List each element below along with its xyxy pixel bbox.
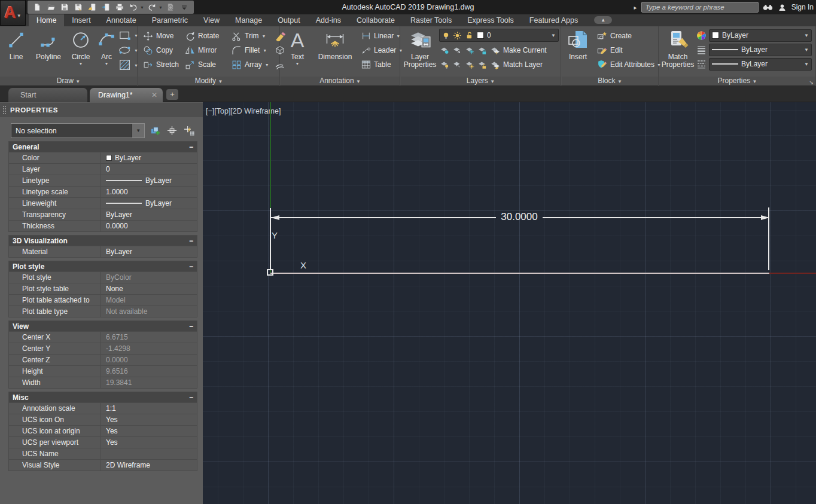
property-value[interactable]: Yes xyxy=(101,426,197,436)
ribbon-tab-add-ins[interactable]: Add-ins xyxy=(308,14,349,26)
qat-new-file-button[interactable] xyxy=(31,2,43,13)
select-objects-button[interactable] xyxy=(165,124,179,138)
help-search-input[interactable] xyxy=(641,2,759,13)
property-value[interactable]: ByLayer xyxy=(101,175,197,186)
line-button[interactable]: Line xyxy=(2,28,30,61)
property-value[interactable]: ByLayer xyxy=(101,198,197,209)
fillet-button[interactable]: Fillet▼ xyxy=(232,45,275,56)
stretch-button[interactable]: Stretch xyxy=(143,60,185,70)
application-menu-button[interactable]: A▼ xyxy=(0,0,26,26)
ribbon-tab-home[interactable]: Home xyxy=(29,14,64,26)
ribbon-tab-raster-tools[interactable]: Raster Tools xyxy=(403,14,459,26)
chevron-down-icon[interactable]: ▼ xyxy=(95,62,118,66)
panel-label-block[interactable]: Block ▼ xyxy=(562,77,658,86)
match-layer-button[interactable]: Match Layer xyxy=(503,60,543,69)
collapse-icon[interactable]: − xyxy=(189,262,193,271)
panel-label-properties[interactable]: Properties ▼ xyxy=(659,77,815,86)
qat-customize-button[interactable] xyxy=(178,2,190,13)
chevron-down-icon[interactable]: ▼ xyxy=(265,63,269,67)
property-value[interactable]: -1.4298 xyxy=(101,343,197,354)
panel-label-modify[interactable]: Modify ▼ xyxy=(138,77,279,86)
property-value[interactable]: Not available xyxy=(101,306,197,317)
chevron-down-icon[interactable]: ▼ xyxy=(262,34,266,38)
chevron-down-icon[interactable]: ▼ xyxy=(263,48,267,53)
property-value[interactable]: ByColor xyxy=(101,272,197,283)
chevron-down-icon[interactable]: ▼ xyxy=(132,124,144,138)
property-value[interactable]: ByLayer xyxy=(101,152,197,163)
drawn-line-object[interactable] xyxy=(270,273,769,274)
search-icon[interactable] xyxy=(763,4,773,11)
match-properties-button[interactable]: Match Properties xyxy=(660,28,695,69)
panel-label-draw[interactable]: Draw ▼ xyxy=(0,77,137,86)
layer-off-icon[interactable] xyxy=(440,60,449,69)
new-drawing-tab-button[interactable]: + xyxy=(166,89,178,100)
ribbon-tab-collaborate[interactable]: Collaborate xyxy=(349,14,403,26)
user-icon[interactable] xyxy=(777,4,787,11)
polyline-button[interactable]: Polyline xyxy=(31,28,66,61)
layer-on-icon[interactable] xyxy=(442,32,450,39)
chevron-down-icon[interactable]: ▼ xyxy=(159,5,163,10)
property-value[interactable]: ByLayer xyxy=(101,209,197,220)
layer-unisolate-icon[interactable] xyxy=(453,60,462,69)
create-button[interactable]: Create xyxy=(596,29,632,42)
selection-type-combo[interactable]: No selection ▼ xyxy=(11,123,145,138)
quick-select-button[interactable] xyxy=(182,124,196,138)
ribbon-tab-annotate[interactable]: Annotate xyxy=(99,14,144,26)
make-current-button[interactable]: Make Current xyxy=(503,46,547,54)
drawing-canvas[interactable]: [−][Top][2D Wireframe] 30.0000 Y X xyxy=(203,102,816,504)
property-value[interactable]: 9.6516 xyxy=(101,366,197,377)
chevron-down-icon[interactable]: ▼ xyxy=(804,33,809,38)
layer-freeze-icon[interactable] xyxy=(465,46,474,55)
property-value[interactable]: ByLayer xyxy=(101,246,197,257)
file-tab-start[interactable]: Start xyxy=(8,88,87,102)
copy-button[interactable]: Copy xyxy=(143,45,185,56)
layer-properties-button[interactable]: Layer Properties xyxy=(402,28,438,69)
dialog-launcher-icon[interactable]: ↘ xyxy=(809,80,814,85)
qat-redo-button[interactable] xyxy=(146,2,158,13)
property-value[interactable]: 1:1 xyxy=(101,403,197,414)
toggle-pickadd-button[interactable] xyxy=(148,124,162,138)
dimension-line-left[interactable] xyxy=(270,217,496,218)
section-header[interactable]: Misc− xyxy=(9,392,197,402)
table-button[interactable]: Table xyxy=(361,58,391,71)
match-layer-icon[interactable] xyxy=(491,60,500,69)
chevron-down-icon[interactable]: ▼ xyxy=(67,62,95,66)
layer-lock-icon[interactable] xyxy=(478,46,487,55)
layer-select-combo[interactable]: 0 ▼ xyxy=(439,29,559,42)
ribbon-tab-view[interactable]: View xyxy=(196,14,227,26)
dimension-text[interactable]: 30.0000 xyxy=(495,211,543,223)
panel-label-annotation[interactable]: Annotation ▼ xyxy=(281,77,400,86)
linear-button[interactable]: Linear▼ xyxy=(361,29,400,42)
ribbon-tab-parametric[interactable]: Parametric xyxy=(144,14,196,26)
panel-label-layers[interactable]: Layers ▼ xyxy=(401,77,561,86)
section-header[interactable]: 3D Visualization− xyxy=(9,236,197,246)
chevron-down-icon[interactable]: ▼ xyxy=(396,34,400,38)
qat-open-online-button[interactable] xyxy=(86,2,98,13)
section-header[interactable]: General− xyxy=(9,142,197,152)
rotate-button[interactable]: Rotate xyxy=(185,31,232,41)
search-expand-icon[interactable]: ▸ xyxy=(634,4,637,11)
qat-save-button[interactable] xyxy=(59,2,71,13)
viewport-visual-style-button[interactable]: [2D Wireframe] xyxy=(230,107,281,115)
hatch-button[interactable]: ▼ xyxy=(118,59,138,72)
ribbon-tab-manage[interactable]: Manage xyxy=(227,14,270,26)
qat-open-folder-button[interactable] xyxy=(45,2,57,13)
property-value[interactable]: Yes xyxy=(101,414,197,425)
property-value[interactable]: 0.0000 xyxy=(101,355,197,365)
property-value[interactable]: 0 xyxy=(101,164,197,175)
chevron-down-icon[interactable]: ▼ xyxy=(804,47,809,53)
move-button[interactable]: Move xyxy=(143,31,185,41)
trim-button[interactable]: Trim▼ xyxy=(232,31,275,41)
collapse-icon[interactable]: − xyxy=(189,237,193,245)
qat-save-as-button[interactable] xyxy=(72,2,84,13)
chevron-down-icon[interactable]: ▼ xyxy=(134,63,138,68)
property-value[interactable]: Model xyxy=(101,295,197,306)
array-button[interactable]: Array▼ xyxy=(232,60,275,70)
layer-unlock-icon[interactable] xyxy=(465,32,473,39)
property-value[interactable]: 0.0000 xyxy=(101,221,197,231)
linetype-combo[interactable]: ByLayer▼ xyxy=(709,58,812,71)
qat-save-online-button[interactable] xyxy=(100,2,112,13)
property-value[interactable]: 1.0000 xyxy=(101,187,197,197)
text-button[interactable]: A Text ▼ xyxy=(284,28,310,66)
layer-isolate-icon[interactable] xyxy=(453,46,462,55)
